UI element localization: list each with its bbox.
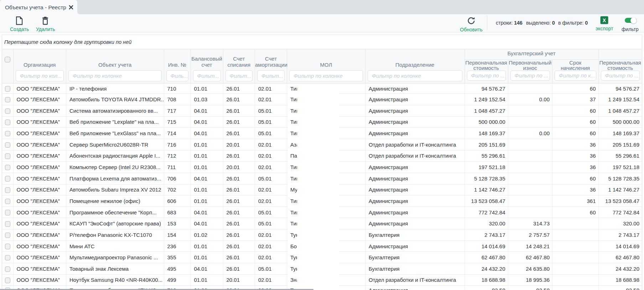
svg-text:X: X <box>602 17 606 23</box>
